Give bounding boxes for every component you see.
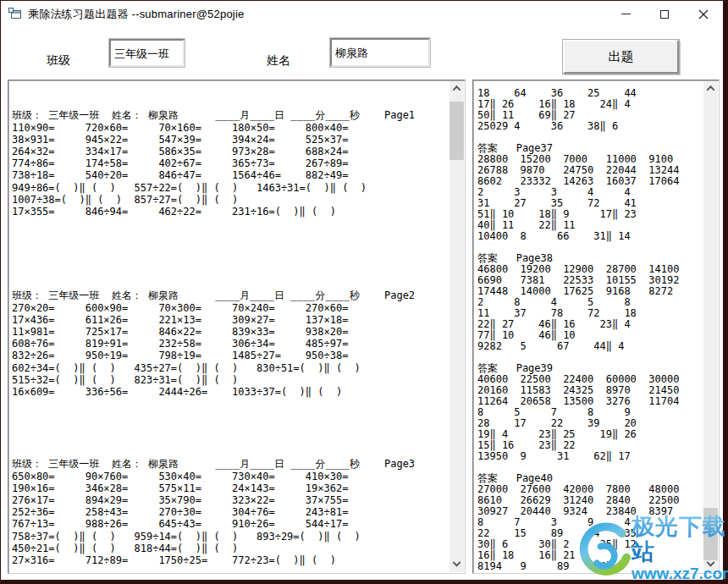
close-button[interactable]	[684, 1, 723, 27]
minimize-button[interactable]	[606, 1, 645, 27]
name-input[interactable]	[330, 38, 430, 67]
scroll-thumb[interactable]	[703, 508, 718, 560]
scroll-thumb[interactable]	[449, 102, 464, 160]
answers-scrollbar[interactable]	[703, 81, 718, 572]
name-label: 姓名	[267, 53, 290, 69]
scroll-down-button[interactable]	[449, 558, 464, 572]
scroll-up-button[interactable]	[703, 81, 718, 96]
maximize-icon	[660, 10, 669, 19]
app-icon	[8, 8, 22, 21]
minimize-icon	[621, 14, 631, 14]
chevron-down-icon	[707, 559, 715, 567]
scroll-down-button[interactable]	[703, 558, 718, 572]
chevron-up-icon	[453, 85, 461, 94]
answers-text[interactable]: 18 64 36 25 44 17‖ 26 16‖ 18 24‖ 4 50‖ 1…	[473, 80, 704, 573]
class-input[interactable]	[109, 39, 185, 67]
worksheet-textbox[interactable]: 班级： 三年级一班 姓名： 柳泉路 ____月____日 ____分____秒 …	[8, 80, 466, 574]
app-window: 乘除法练习题出题器 --submariner@52pojie 班级 姓名 出题 …	[1, 1, 723, 580]
close-icon	[698, 9, 709, 19]
window-controls	[606, 1, 723, 27]
scroll-up-button[interactable]	[449, 81, 464, 96]
class-label: 班级	[47, 53, 70, 69]
window-title: 乘除法练习题出题器 --submariner@52pojie	[28, 7, 244, 22]
maximize-button[interactable]	[645, 1, 684, 27]
chevron-up-icon	[707, 85, 715, 94]
worksheet-text[interactable]: 班级： 三年级一班 姓名： 柳泉路 ____月____日 ____分____秒 …	[8, 80, 450, 573]
chevron-down-icon	[453, 559, 461, 567]
answers-textbox[interactable]: 18 64 36 25 44 17‖ 26 16‖ 18 24‖ 4 50‖ 1…	[472, 80, 720, 574]
titlebar: 乘除法练习题出题器 --submariner@52pojie	[1, 1, 723, 27]
worksheet-scrollbar[interactable]	[449, 81, 464, 572]
generate-button[interactable]: 出题	[563, 40, 679, 74]
